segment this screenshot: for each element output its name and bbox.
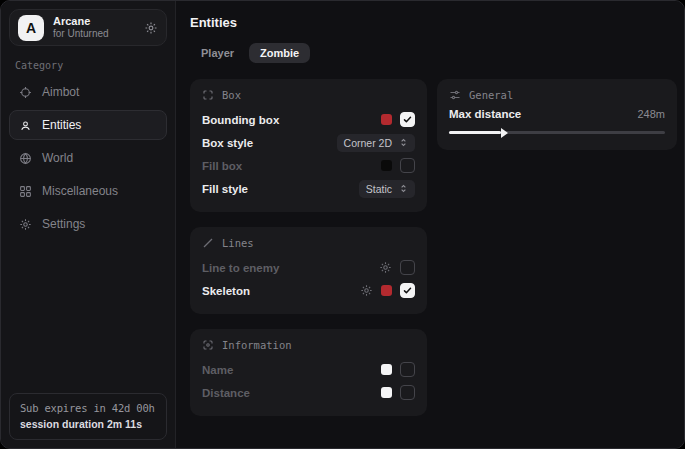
tab-zombie[interactable]: Zombie <box>249 43 310 63</box>
main-content: Entities Player Zombie Box <box>176 1 685 448</box>
sidebar-item-miscellaneous[interactable]: Miscellaneous <box>9 176 167 206</box>
general-card: General Max distance 248m <box>437 79 677 150</box>
box-card: Box Bounding box Box style <box>190 79 427 212</box>
checkbox[interactable] <box>400 385 415 400</box>
checkbox[interactable] <box>400 362 415 377</box>
checkbox[interactable] <box>400 260 415 275</box>
setting-label: Bounding box <box>202 114 381 126</box>
color-swatch[interactable] <box>381 114 392 125</box>
setting-label: Distance <box>202 387 381 399</box>
brand-text: Arcane for Unturned <box>53 15 135 39</box>
box-card-header: Box <box>202 89 415 101</box>
card-title: Box <box>222 89 241 101</box>
card-title: Information <box>222 339 292 351</box>
tab-player[interactable]: Player <box>190 43 245 63</box>
setting-row-skeleton: Skeleton <box>202 279 415 302</box>
fill-style-dropdown[interactable]: Static <box>359 180 415 198</box>
setting-row-fill-style: Fill style Static <box>202 177 415 200</box>
sidebar: A Arcane for Unturned Category <box>1 1 176 448</box>
sub-expiry-text: Sub expires in 42d 00h <box>20 402 156 414</box>
sidebar-item-entities[interactable]: Entities <box>9 110 167 140</box>
sidebar-spacer <box>9 239 167 393</box>
setting-label: Line to enemy <box>202 262 379 274</box>
lines-card: Lines Line to enemy <box>190 227 427 314</box>
row-controls: Corner 2D <box>337 134 415 152</box>
scan-circle-icon <box>202 339 214 351</box>
row-controls <box>381 385 415 400</box>
setting-label: Skeleton <box>202 285 360 297</box>
row-controls <box>360 283 415 298</box>
brand-subtitle: for Unturned <box>53 28 135 40</box>
setting-row-fill-box: Fill box <box>202 154 415 177</box>
sidebar-nav: Aimbot Entities World <box>9 77 167 239</box>
setting-row-distance: Distance <box>202 381 415 404</box>
sidebar-item-label: Miscellaneous <box>42 184 118 198</box>
setting-row-line-to-enemy: Line to enemy <box>202 256 415 279</box>
brand-title: Arcane <box>53 15 135 28</box>
gear-icon[interactable] <box>360 284 373 297</box>
left-column: Box Bounding box Box style <box>190 79 427 416</box>
sidebar-item-label: Settings <box>42 217 85 231</box>
box-style-dropdown[interactable]: Corner 2D <box>337 134 415 152</box>
brand-logo: A <box>18 15 44 41</box>
sidebar-item-aimbot[interactable]: Aimbot <box>9 77 167 107</box>
information-card-header: Information <box>202 339 415 351</box>
checkbox[interactable] <box>400 283 415 298</box>
entity-tabs: Player Zombie <box>190 43 677 63</box>
sliders-icon <box>449 89 461 101</box>
slider-thumb[interactable] <box>501 128 508 138</box>
chevron-up-down-icon <box>399 138 408 147</box>
row-controls <box>381 112 415 127</box>
slider-fill <box>449 131 501 134</box>
app-window: A Arcane for Unturned Category <box>0 0 685 449</box>
dropdown-value: Corner 2D <box>344 137 392 149</box>
slider-value: 248m <box>637 108 665 120</box>
entities-icon <box>19 119 32 132</box>
corner-brackets-icon <box>202 89 214 101</box>
checkbox[interactable] <box>400 112 415 127</box>
setting-label: Fill box <box>202 160 381 172</box>
chevron-up-down-icon <box>399 184 408 193</box>
category-label: Category <box>15 60 161 71</box>
setting-row-bounding-box: Bounding box <box>202 108 415 131</box>
right-column: General Max distance 248m <box>437 79 677 150</box>
cards-area: Box Bounding box Box style <box>190 79 677 416</box>
setting-label: Fill style <box>202 183 359 195</box>
subscription-status-card: Sub expires in 42d 00h session duration … <box>9 393 167 440</box>
brand-card: A Arcane for Unturned <box>9 9 167 46</box>
information-card: Information Name Distance <box>190 329 427 416</box>
gear-icon <box>19 218 32 231</box>
card-title: General <box>469 89 513 101</box>
max-distance-slider[interactable] <box>449 126 665 138</box>
row-controls: Static <box>359 180 415 198</box>
sidebar-item-label: Entities <box>42 118 81 132</box>
card-title: Lines <box>222 237 254 249</box>
setting-label: Name <box>202 364 381 376</box>
row-controls <box>379 260 415 275</box>
color-swatch[interactable] <box>381 387 392 398</box>
setting-row-name: Name <box>202 358 415 381</box>
sidebar-item-label: World <box>42 151 73 165</box>
crosshair-icon <box>19 86 32 99</box>
setting-label: Box style <box>202 137 337 149</box>
lines-card-header: Lines <box>202 237 415 249</box>
setting-row-box-style: Box style Corner 2D <box>202 131 415 154</box>
gear-icon[interactable] <box>379 261 392 274</box>
globe-icon <box>19 152 32 165</box>
gear-icon[interactable] <box>144 21 158 35</box>
color-swatch[interactable] <box>381 160 392 171</box>
sidebar-item-world[interactable]: World <box>9 143 167 173</box>
color-swatch[interactable] <box>381 364 392 375</box>
slider-label: Max distance <box>449 108 637 120</box>
row-controls <box>381 158 415 173</box>
session-duration-text: session duration 2m 11s <box>20 418 156 430</box>
general-card-header: General <box>449 89 665 101</box>
row-controls <box>381 362 415 377</box>
dropdown-value: Static <box>366 183 392 195</box>
checkbox[interactable] <box>400 158 415 173</box>
sidebar-item-settings[interactable]: Settings <box>9 209 167 239</box>
page-title: Entities <box>190 15 677 30</box>
grid-icon <box>19 185 32 198</box>
sidebar-item-label: Aimbot <box>42 85 79 99</box>
color-swatch[interactable] <box>381 285 392 296</box>
